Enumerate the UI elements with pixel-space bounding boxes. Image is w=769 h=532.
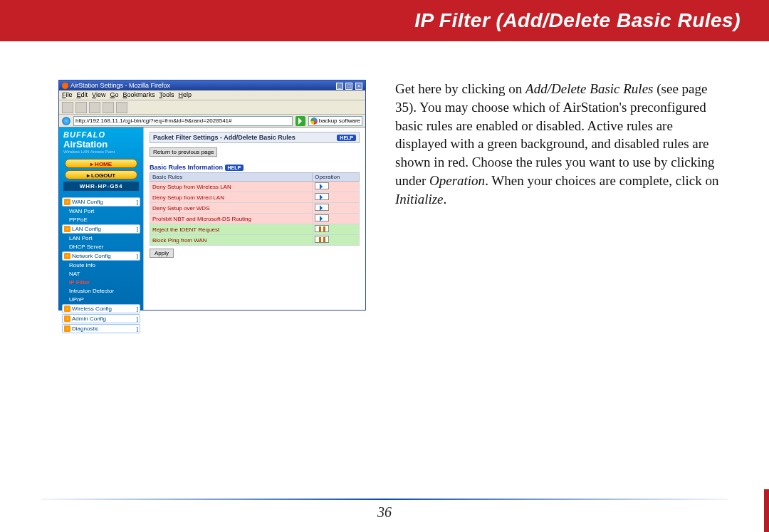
sidebar-item-dhcp-server[interactable]: DHCP Server bbox=[62, 243, 140, 251]
model-label: WHR-HP-G54 bbox=[63, 182, 139, 191]
panel-title: Packet Filter Settings - Add/Delete Basi… bbox=[150, 132, 360, 143]
chevron-icon: › bbox=[64, 315, 70, 322]
window-controls: _ □ × bbox=[335, 82, 362, 90]
page-number: 36 bbox=[0, 504, 769, 521]
sidebar-item-lan-config[interactable]: ›LAN Config] bbox=[62, 224, 140, 234]
brand-sub: Wireless LAN Access Point bbox=[63, 150, 139, 154]
menubar: File Edit View Go Bookmarks Tools Help bbox=[59, 90, 365, 100]
chevron-icon: › bbox=[64, 226, 70, 232]
table-row: Deny Setup from Wireless LAN bbox=[150, 182, 360, 192]
minimize-icon[interactable]: _ bbox=[336, 83, 343, 90]
google-icon bbox=[310, 118, 318, 125]
menu-tools[interactable]: Tools bbox=[159, 91, 174, 99]
body-copy: Get here by clicking on Add/Delete Basic… bbox=[395, 80, 723, 209]
logout-button[interactable]: ▸ LOGOUT bbox=[65, 170, 137, 179]
menu-view[interactable]: View bbox=[92, 91, 105, 99]
enable-button[interactable] bbox=[315, 204, 329, 211]
panel-title-text: Packet Filter Settings - Add/Delete Basi… bbox=[153, 134, 295, 141]
window-title: AirStation Settings - Mozilla Firefox bbox=[62, 82, 170, 89]
sidebar: BUFFALO AirStation Wireless LAN Access P… bbox=[59, 127, 143, 310]
rule-op-cell bbox=[313, 203, 360, 214]
home-icon[interactable] bbox=[116, 102, 127, 113]
main-pane: Packet Filter Settings - Add/Delete Basi… bbox=[143, 127, 365, 310]
rule-op-cell bbox=[313, 235, 360, 246]
menu-edit[interactable]: Edit bbox=[77, 91, 88, 99]
disable-button[interactable] bbox=[315, 236, 329, 243]
rule-op-cell bbox=[313, 214, 360, 224]
reload-icon[interactable] bbox=[89, 102, 100, 113]
enable-button[interactable] bbox=[315, 182, 329, 189]
menu-bookmarks[interactable]: Bookmarks bbox=[122, 91, 155, 99]
maximize-icon[interactable]: □ bbox=[345, 83, 352, 90]
help-button-2[interactable]: HELP bbox=[225, 165, 244, 171]
table-row: Reject the IDENT Request bbox=[150, 224, 360, 235]
return-button[interactable]: Return to previous page bbox=[150, 147, 217, 157]
sidebar-item-nat[interactable]: NAT bbox=[62, 270, 140, 278]
sidebar-item-wireless-config[interactable]: ›Wireless Config] bbox=[62, 304, 140, 313]
menu-help[interactable]: Help bbox=[178, 91, 192, 99]
enable-button[interactable] bbox=[315, 193, 329, 200]
rule-op-cell bbox=[313, 192, 360, 203]
sidebar-item-network-config[interactable]: ›Network Config] bbox=[62, 251, 140, 261]
nav-list: ›WAN Config]WAN PortPPPoE›LAN Config]LAN… bbox=[59, 192, 143, 337]
page-title: IP Filter (Add/Delete Basic Rules) bbox=[414, 9, 741, 32]
urlbar: backup software bbox=[59, 115, 365, 127]
rule-label: Prohibit NBT and Microsoft-DS Routing bbox=[150, 214, 313, 224]
chevron-icon: › bbox=[64, 325, 70, 332]
chevron-icon: › bbox=[64, 306, 70, 312]
back-icon[interactable] bbox=[62, 102, 73, 113]
col-basic-rules: Basic Rules bbox=[150, 173, 313, 182]
table-row: Deny Setup over WDS bbox=[150, 203, 360, 214]
table-row: Prohibit NBT and Microsoft-DS Routing bbox=[150, 214, 360, 224]
enable-button[interactable] bbox=[315, 214, 329, 221]
page-content: BUFFALO AirStation Wireless LAN Access P… bbox=[59, 127, 365, 310]
home-button[interactable]: ▸ HOME bbox=[65, 159, 137, 168]
brand-buffalo: BUFFALO bbox=[63, 130, 139, 139]
forward-icon[interactable] bbox=[75, 102, 87, 113]
rules-table: Basic Rules Operation Deny Setup from Wi… bbox=[150, 172, 360, 246]
close-icon[interactable]: × bbox=[355, 83, 362, 90]
sidebar-item-admin-config[interactable]: ›Admin Config] bbox=[62, 314, 140, 323]
search-text: backup software bbox=[319, 118, 360, 124]
chevron-icon: › bbox=[64, 199, 70, 205]
help-button[interactable]: HELP bbox=[337, 135, 356, 141]
rule-label: Reject the IDENT Request bbox=[150, 224, 313, 235]
sidebar-item-pppoe[interactable]: PPPoE bbox=[62, 216, 140, 224]
rule-label: Deny Setup from Wireless LAN bbox=[150, 182, 313, 192]
disable-button[interactable] bbox=[315, 225, 329, 232]
sidebar-item-lan-port[interactable]: LAN Port bbox=[62, 234, 140, 242]
toolbar bbox=[59, 100, 365, 115]
menu-file[interactable]: File bbox=[62, 91, 73, 99]
page-header: IP Filter (Add/Delete Basic Rules) bbox=[0, 0, 769, 41]
col-operation: Operation bbox=[313, 173, 360, 182]
table-row: Block Ping from WAN bbox=[150, 235, 360, 246]
rule-op-cell bbox=[313, 182, 360, 192]
sidebar-item-route-info[interactable]: Route Info bbox=[62, 261, 140, 269]
url-input[interactable] bbox=[73, 116, 293, 126]
sidebar-item-wan-port[interactable]: WAN Port bbox=[62, 207, 140, 215]
rule-op-cell bbox=[313, 224, 360, 235]
search-box[interactable]: backup software bbox=[308, 116, 362, 126]
sidebar-item-diagnostic[interactable]: ›Diagnostic] bbox=[62, 324, 140, 333]
table-row: Deny Setup from Wired LAN bbox=[150, 192, 360, 203]
sidebar-item-upnp[interactable]: UPnP bbox=[62, 296, 140, 303]
globe-icon bbox=[62, 117, 70, 125]
go-icon[interactable] bbox=[295, 116, 305, 126]
chevron-icon: › bbox=[64, 253, 70, 259]
titlebar: AirStation Settings - Mozilla Firefox _ … bbox=[59, 80, 365, 90]
rule-label: Block Ping from WAN bbox=[150, 235, 313, 246]
stop-icon[interactable] bbox=[103, 102, 114, 113]
brand-block: BUFFALO AirStation Wireless LAN Access P… bbox=[59, 127, 143, 157]
screenshot-window: AirStation Settings - Mozilla Firefox _ … bbox=[58, 80, 366, 311]
sidebar-item-ip-filter[interactable]: IP Filter bbox=[62, 278, 140, 286]
sidebar-item-intrusion-detector[interactable]: Intrusion Detector bbox=[62, 287, 140, 295]
gutter-decoration bbox=[764, 489, 769, 532]
menu-go[interactable]: Go bbox=[110, 91, 118, 99]
footer-rule bbox=[41, 499, 728, 500]
sidebar-item-wan-config[interactable]: ›WAN Config] bbox=[62, 197, 140, 207]
apply-button[interactable]: Apply bbox=[150, 249, 174, 258]
section-heading: Basic Rules Information HELP bbox=[150, 164, 360, 171]
brand-airstation: AirStation bbox=[63, 139, 139, 150]
rule-label: Deny Setup over WDS bbox=[150, 203, 313, 214]
rule-label: Deny Setup from Wired LAN bbox=[150, 192, 313, 203]
